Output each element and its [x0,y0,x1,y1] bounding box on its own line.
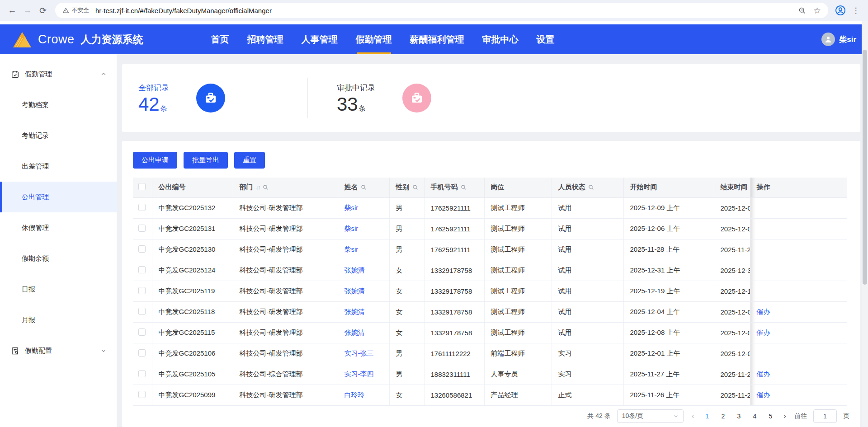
page-size-select[interactable]: 10条/页 [617,409,684,423]
cell-status: 试用 [552,260,623,281]
employee-name-link[interactable]: 张婉清 [344,328,365,336]
cell-status: 试用 [552,218,623,239]
sidebar-item-attendance-record[interactable]: 考勤记录 [0,120,117,151]
sidebar-item-daily-report[interactable]: 日报 [0,274,117,305]
urge-link[interactable]: 催办 [757,328,770,336]
cell-name: 张婉清 [338,301,389,322]
table-row: 中竞发GC2025099科技公司-研发管理部白玲玲女13260586821产品经… [133,385,847,405]
cell-position: 测试工程师 [484,322,552,343]
back-icon[interactable]: ← [5,3,20,18]
sidebar-group-attendance-config[interactable]: 假勤配置 [0,335,117,366]
cell-checkbox [133,197,152,218]
nav-item-recruit[interactable]: 招聘管理 [247,24,283,54]
apply-official-out-button[interactable]: 公出申请 [133,152,177,169]
bookmark-star-icon[interactable]: ☆ [813,5,821,16]
sort-icon[interactable]: ↓↑ [256,184,260,191]
sidebar-group-label: 假勤配置 [25,347,52,355]
col-label: 部门 [240,183,253,192]
next-page-icon[interactable]: › [782,412,788,421]
sidebar-item-official-out[interactable]: 公出管理 [0,182,117,212]
reload-icon[interactable]: ⟳ [35,3,51,18]
col-header-name: 姓名 [338,178,389,197]
row-checkbox[interactable] [138,245,146,253]
url-text[interactable]: hr-test.zjf-it.cn/#/fakeDuty/fakeDutyMan… [95,7,798,14]
cell-phone: 17625921111 [424,239,484,260]
employee-name-link[interactable]: 张婉清 [344,308,365,315]
search-icon[interactable] [588,184,594,190]
page-number-2[interactable]: 2 [720,413,726,420]
sidebar-item-holiday-balance[interactable]: 假期余额 [0,243,117,274]
search-icon[interactable] [412,184,418,190]
sidebar-group-attendance[interactable]: 假勤管理 [0,59,117,89]
nav-item-approval-center[interactable]: 审批中心 [482,24,519,54]
cell-start: 2025-11-27 上午 [623,364,714,385]
employee-name-link[interactable]: 张婉清 [344,287,365,295]
page-number-4[interactable]: 4 [751,413,758,420]
header-user[interactable]: 柴sir [821,33,856,46]
cell-start: 2025-12-19 上午 [623,281,714,301]
sidebar-item-leave[interactable]: 休假管理 [0,212,117,243]
page-number-3[interactable]: 3 [736,413,742,420]
page-scrollbar[interactable] [862,21,868,427]
employee-name-link[interactable]: 柴sir [344,225,359,232]
employee-name-link[interactable]: 柴sir [344,204,359,211]
employee-name-link[interactable]: 实习-张三 [344,349,374,357]
scrollbar-thumb[interactable] [863,50,867,285]
row-checkbox[interactable] [138,370,146,377]
employee-name-link[interactable]: 白玲玲 [344,391,365,399]
urge-link[interactable]: 催办 [757,391,770,399]
row-checkbox[interactable] [138,349,146,357]
nav-item-personnel[interactable]: 人事管理 [302,24,338,54]
page-number-1[interactable]: 1 [704,413,710,420]
nav-item-home[interactable]: 首页 [211,24,229,54]
nav-item-settings[interactable]: 设置 [537,24,555,54]
cell-action [750,218,847,239]
reset-button[interactable]: 重置 [234,152,265,169]
row-checkbox[interactable] [138,204,146,211]
cell-end: 2025-11-2 [714,239,750,260]
employee-name-link[interactable]: 张婉清 [344,266,365,274]
cell-gender: 女 [389,385,424,405]
briefcase-icon [196,84,225,113]
page-number-5[interactable]: 5 [767,413,774,420]
cell-end: 2025-12-1 [714,281,750,301]
employee-name-link[interactable]: 实习-李四 [344,370,374,378]
cell-position: 测试工程师 [484,218,552,239]
prev-page-icon[interactable]: ‹ [690,412,696,421]
cell-status: 试用 [552,281,623,301]
row-checkbox[interactable] [138,287,146,294]
profile-icon[interactable] [833,3,848,18]
urge-link[interactable]: 催办 [757,308,770,315]
address-bar[interactable]: 不安全 hr-test.zjf-it.cn/#/fakeDuty/fakeDut… [55,3,828,18]
col-label: 手机号码 [431,183,458,192]
menu-kebab-icon[interactable]: ⋮ [848,3,863,18]
row-checkbox[interactable] [138,391,146,398]
nav-item-salary-welfare[interactable]: 薪酬福利管理 [410,24,464,54]
table-row: 中竞发GC2025115科技公司-研发管理部张婉清女13329178758测试工… [133,322,847,343]
sidebar-item-attendance-archive[interactable]: 考勤档案 [0,89,117,120]
goto-page-input[interactable] [813,409,837,423]
cell-start: 2025-12-31 上午 [623,260,714,281]
cell-dept: 科技公司-研发管理部 [233,322,338,343]
forward-icon[interactable]: → [20,3,35,18]
row-checkbox[interactable] [138,328,146,336]
row-checkbox[interactable] [138,266,146,273]
cell-position: 测试工程师 [484,197,552,218]
sidebar-item-monthly-report[interactable]: 月报 [0,305,117,335]
security-status[interactable]: 不安全 [62,6,89,14]
batch-export-button[interactable]: 批量导出 [184,152,228,169]
nav-item-attendance[interactable]: 假勤管理 [356,24,392,54]
row-checkbox[interactable] [138,225,146,232]
col-header-gender: 性别 [389,178,424,197]
urge-link[interactable]: 催办 [757,370,770,378]
row-checkbox[interactable] [138,308,146,315]
search-icon[interactable] [361,184,367,190]
zoom-minus-icon[interactable] [798,7,806,14]
search-icon[interactable] [461,184,467,190]
goto-label: 前往 [794,412,807,420]
select-all-checkbox[interactable] [138,183,146,190]
cell-action [750,281,847,301]
employee-name-link[interactable]: 柴sir [344,245,359,253]
sidebar-item-business-trip[interactable]: 出差管理 [0,151,117,182]
search-icon[interactable] [263,184,269,190]
